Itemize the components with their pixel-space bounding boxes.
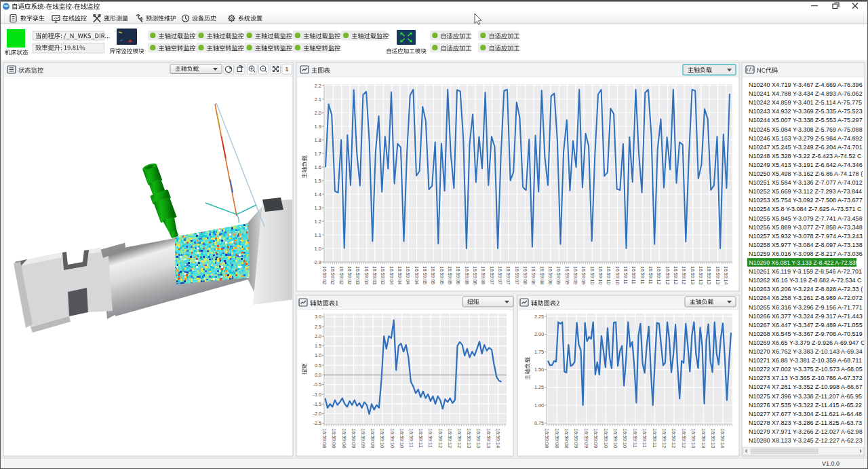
svg-text:16:59:08: 16:59:08 [548,266,553,284]
svg-text:16:59:12: 16:59:12 [681,428,687,448]
svg-text:N10271 X6.88 Y-3.381 Z-10.359: N10271 X6.88 Y-3.381 Z-10.359 A-68.711 [749,357,862,364]
svg-text:16:59:10: 16:59:10 [612,428,618,448]
svg-text:16:59:10: 16:59:10 [598,266,603,284]
svg-text:16:59:02: 16:59:02 [347,266,352,284]
svg-text:16:59:08: 16:59:08 [523,266,528,284]
svg-text:16:59:06: 16:59:06 [456,266,460,284]
svg-text:2.5: 2.5 [315,324,321,330]
svg-text:16:59:13: 16:59:13 [707,266,711,284]
svg-text:16:59:04: 16:59:04 [406,266,410,284]
svg-text:N10243 X4.932 Y-3.369 Z-5.335: N10243 X4.932 Y-3.369 Z-5.335 A-75.523 [749,108,863,115]
svg-text:16:59:09: 16:59:09 [573,266,578,284]
svg-text:0.0: 0.0 [315,372,321,378]
svg-text:16:59:08: 16:59:08 [540,266,545,284]
svg-text:16:59:12: 16:59:12 [665,266,670,284]
svg-text:16:59:09: 16:59:09 [583,428,589,448]
svg-text:16:59:04: 16:59:04 [414,266,419,284]
svg-text:N10251 X5.584 Y-3.136 Z-7.077: N10251 X5.584 Y-3.136 Z-7.077 A-74.012 [749,179,863,186]
svg-text:16:59:13: 16:59:13 [486,428,492,448]
svg-text:1.75: 1.75 [534,349,544,355]
svg-text:1.50: 1.50 [534,367,544,373]
svg-text:N10263 X6.206 Y-3.224 Z-8.828: N10263 X6.206 Y-3.224 Z-8.828 A-72.33 ( [749,286,863,293]
svg-text:16:59:13: 16:59:13 [690,266,695,284]
svg-text:1.0: 1.0 [315,352,321,358]
svg-text:N10268 X6.545 Y-3.367 Z-9.708: N10268 X6.545 Y-3.367 Z-9.708 A-70.519 [749,331,863,337]
svg-text:2.0: 2.0 [315,110,321,116]
svg-text:N10242 X4.859 Y-3.401 Z-5.114: N10242 X4.859 Y-3.401 Z-5.114 A-75.775 [749,99,862,106]
svg-text:-1.0: -1.0 [313,392,321,398]
svg-text:16:59:14: 16:59:14 [719,428,726,448]
svg-text:N10245 X5.084 Y-3.308 Z-5.769: N10245 X5.084 Y-3.308 Z-5.769 A-75.088 [749,126,863,133]
svg-text:1: 1 [285,65,288,73]
svg-text:16:59:07: 16:59:07 [506,266,511,284]
svg-text:N10253 X5.754 Y-3.092 Z-7.508: N10253 X5.754 Y-3.092 Z-7.508 A-73.677 [749,197,863,204]
svg-text:16:59:13: 16:59:13 [698,266,703,284]
svg-text:0.75: 0.75 [534,420,544,426]
svg-text:N10280 X8.123 Y-3.245 Z-12.227: N10280 X8.123 Y-3.245 Z-12.227 A-62.23 [749,437,863,444]
svg-text:16:59:09: 16:59:09 [370,428,376,448]
svg-text:16:59:08: 16:59:08 [554,428,560,448]
svg-text:16:59:12: 16:59:12 [656,266,661,284]
svg-text:16:59:12: 16:59:12 [437,428,443,448]
svg-text:16:59:08: 16:59:08 [321,428,328,448]
svg-text:16:59:13: 16:59:13 [690,428,696,448]
svg-text:16:59:13: 16:59:13 [475,428,481,448]
svg-text:16:59:06: 16:59:06 [481,266,486,284]
svg-text:16:59:03: 16:59:03 [355,266,360,284]
svg-text:16:59:11: 16:59:11 [640,266,645,284]
svg-text:1.1: 1.1 [315,232,321,238]
svg-text:16:59:03: 16:59:03 [364,266,369,284]
svg-text:0.5: 0.5 [315,362,321,369]
svg-text:N10275 X7.396 Y-3.338 Z-11.207: N10275 X7.396 Y-3.338 Z-11.207 A-65.95 [749,393,862,400]
svg-text:N10265 X6.316 Y-3.296 Z-9.156: N10265 X6.316 Y-3.296 Z-9.156 A-71.771 [749,304,863,311]
svg-text:N10252 X5.669 Y-3.112 Z-7.293: N10252 X5.669 Y-3.112 Z-7.293 A-73.844 [749,188,862,195]
svg-text:N10257 X5.932 Y-3.078 Z-7.974: N10257 X5.932 Y-3.078 Z-7.974 A-73.243 [749,233,863,240]
svg-text:16:59:06: 16:59:06 [465,266,469,284]
svg-text:N10277 X7.677 Y-3.304 Z-11.621: N10277 X7.677 Y-3.304 Z-11.621 A-64.48 [749,411,862,417]
svg-text:16:59:12: 16:59:12 [661,428,667,448]
svg-text:16:59:10: 16:59:10 [590,266,595,284]
svg-text:16:59:12: 16:59:12 [456,428,462,448]
svg-text:N10262 X6.16 Y-3.19 Z-8.682 A-: N10262 X6.16 Y-3.19 Z-8.682 A-72.534 C [749,277,862,284]
svg-text:1.3: 1.3 [315,205,321,211]
svg-text:N10248 X5.328 Y-3.22 Z-6.423 A: N10248 X5.328 Y-3.22 Z-6.423 A-74.52 C [749,153,862,160]
svg-text:N10276 X7.535 Y-3.322 Z-11.415: N10276 X7.535 Y-3.322 Z-11.415 A-65.22 [749,402,862,409]
svg-text:N10261 X6.119 Y-3.159 Z-8.546: N10261 X6.119 Y-3.159 Z-8.546 A-72.701 [749,268,862,275]
svg-text:1.00: 1.00 [534,402,544,409]
svg-text:16:59:11: 16:59:11 [652,428,658,448]
svg-text:-1.5: -1.5 [313,401,321,407]
svg-text:N10241 X4.788 Y-3.434 Z-4.893: N10241 X4.788 Y-3.434 Z-4.893 A-76.062 [749,90,863,97]
svg-text:N10254 X5.8 Y-3.084 Z-7.625 A-: N10254 X5.8 Y-3.084 Z-7.625 A-73.571 C [749,206,862,212]
svg-text:16:59:08: 16:59:08 [544,428,550,448]
svg-text:16:59:05: 16:59:05 [439,266,444,284]
svg-text:16:59:11: 16:59:11 [418,428,424,448]
svg-text:16:59:09: 16:59:09 [351,428,357,448]
svg-text:16:59:11: 16:59:11 [623,266,628,284]
svg-text:16:59:12: 16:59:12 [671,428,677,448]
svg-text:16:59:05: 16:59:05 [448,266,452,284]
svg-text:1.8: 1.8 [315,137,321,143]
svg-text:16:59:05: 16:59:05 [431,266,435,284]
svg-text:1.25: 1.25 [534,384,544,390]
svg-text:16:59:08: 16:59:08 [331,428,337,448]
svg-text:16:59:02: 16:59:02 [322,266,327,284]
svg-text:16:59:02: 16:59:02 [339,266,344,284]
svg-text:16:59:04: 16:59:04 [397,266,402,284]
svg-text:16:59:09: 16:59:09 [581,266,586,284]
svg-text:N10278 X7.823 Y-3.286 Z-11.825: N10278 X7.823 Y-3.286 Z-11.825 A-63.73 [749,419,862,426]
svg-text:2.1: 2.1 [315,96,321,102]
svg-text:-2.0: -2.0 [313,411,321,417]
svg-text:1.2: 1.2 [315,219,321,225]
svg-text:N10272 X7.002 Y-3.375 Z-10.573: N10272 X7.002 Y-3.375 Z-10.573 A-68.05 [749,366,863,373]
svg-text:-2.5: -2.5 [313,420,321,426]
svg-text:16:59:13: 16:59:13 [701,428,707,448]
svg-text:16:59:08: 16:59:08 [564,428,570,448]
svg-text:16:59:13: 16:59:13 [715,266,720,284]
svg-text:16:59:10: 16:59:10 [615,266,620,284]
svg-text:0.9: 0.9 [315,259,321,265]
svg-text:N10244 X5.007 Y-3.338 Z-5.553: N10244 X5.007 Y-3.338 Z-5.553 A-75.297 [749,117,863,124]
svg-text:16:59:11: 16:59:11 [408,428,414,448]
svg-text:1.6: 1.6 [315,164,321,170]
svg-text:N10266 X6.377 Y-3.324 Z-9.317: N10266 X6.377 Y-3.324 Z-9.317 A-71.443 [749,313,863,320]
svg-text:16:59:12: 16:59:12 [673,266,678,284]
